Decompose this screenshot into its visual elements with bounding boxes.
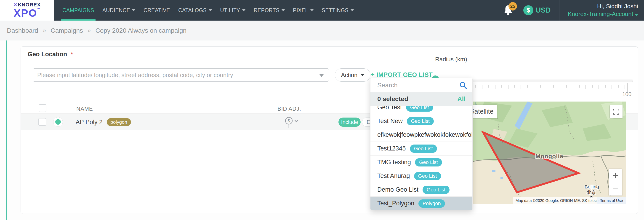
geo-color-indicator: [53, 117, 63, 127]
ruler-tick: [573, 85, 574, 89]
navbar-divider: [559, 0, 560, 21]
map-city-native-label: 北京: [587, 190, 596, 195]
geo-list-item-label: Test_Polygon: [377, 200, 414, 207]
geo-list-item[interactable]: Demo Geo List Geo List: [370, 183, 472, 197]
geo-list-item-badge: Geo List: [414, 172, 441, 180]
row-checkbox[interactable]: [38, 118, 46, 126]
chevron-down-icon: [209, 9, 212, 11]
logo-product-text: XPO™: [14, 8, 40, 18]
nav-item[interactable]: CATALOGS: [174, 0, 216, 21]
fullscreen-icon: [613, 109, 619, 115]
currency-selector[interactable]: $ USD: [523, 5, 550, 15]
geo-list-item[interactable]: Test12345 Geo List: [370, 142, 472, 155]
ruler-tick: [534, 85, 534, 89]
nav-item-label: AUDIENCE: [102, 7, 130, 14]
geo-list-item-badge: Geo List: [422, 186, 450, 194]
geo-search-input[interactable]: [33, 68, 329, 82]
breadcrumb-dashboard[interactable]: Dashboard: [7, 27, 38, 34]
radius-max-value: 100: [618, 91, 636, 97]
account-name: Knorex-Training-Account: [568, 11, 633, 17]
ruler-tick: [612, 85, 612, 89]
navbar-right-cluster: 25 $ USD Hi, Siddhi Joshi Knorex-Trainin…: [503, 0, 644, 21]
ruler-tick: [566, 85, 567, 88]
geo-list-item[interactable]: Geo Test Geo List: [370, 106, 472, 114]
user-block: Hi, Siddhi Joshi Knorex-Training-Account: [568, 3, 638, 18]
zoom-in-button[interactable]: +: [609, 169, 622, 182]
geo-list-item-badge: Polygon: [418, 199, 445, 208]
column-header-name: NAME: [76, 106, 93, 112]
combobox-caret-icon[interactable]: [319, 74, 324, 77]
knorex-logo-mark-icon: ✕: [14, 2, 18, 7]
geo-type-badge: polygon: [107, 118, 131, 126]
select-all-link[interactable]: All: [457, 95, 466, 103]
radius-label: Radius (km): [435, 56, 467, 63]
geo-list-dropdown: 0 selected All Geo Test Geo List Test Ne…: [370, 78, 472, 210]
ruler-tick: [514, 85, 515, 88]
ruler-tick: [624, 85, 625, 89]
geo-list-item[interactable]: Test New Geo List: [370, 114, 472, 128]
nav-item-label: UTILITY: [220, 7, 240, 14]
breadcrumb-separator: »: [88, 27, 91, 34]
ruler-tick: [475, 85, 476, 88]
geo-list-item[interactable]: Test_Polygon Polygon: [370, 197, 472, 210]
ruler-tick: [547, 85, 547, 89]
knorex-xpo-logo[interactable]: ✕KNOREX XPO™: [0, 0, 54, 21]
user-greeting: Hi, Siddhi Joshi: [568, 3, 638, 10]
nav-item[interactable]: UTILITY: [216, 0, 250, 21]
geo-list-item-label: efkewokjfeowpkefwokokfokewokfokwe…: [377, 131, 472, 138]
nav-item-label: CAMPAIGNS: [62, 7, 94, 14]
action-button[interactable]: Action: [335, 68, 370, 82]
ruler-tick: [592, 85, 593, 88]
ruler-tick: [488, 85, 489, 88]
ruler-tick: [605, 85, 606, 88]
ruler-tick: [598, 85, 599, 89]
bid-adjustment-button[interactable]: $: [281, 114, 302, 130]
geo-list-item[interactable]: Test Anurag Geo List: [370, 169, 472, 183]
fullscreen-button[interactable]: [610, 105, 622, 118]
map-canvas[interactable]: Mongolia Beijing 北京 k sk Satellite + − M…: [473, 102, 626, 204]
top-navbar: ✕KNOREX XPO™ CAMPAIGNS AUDIENCE CREATIVE…: [0, 0, 644, 21]
geo-list-item-label: Test New: [377, 118, 403, 125]
ruler-tick: [482, 85, 482, 89]
geo-list-item-badge: Geo List: [407, 117, 434, 125]
nav-item-label: REPORTS: [254, 7, 280, 14]
chevron-down-icon: [242, 9, 246, 11]
nav-item-label: PIXEL: [293, 7, 308, 14]
geo-color-dot: [55, 119, 61, 125]
select-all-checkbox[interactable]: [38, 104, 46, 112]
step-indicator-line: [6, 41, 7, 220]
nav-item[interactable]: AUDIENCE: [98, 0, 140, 21]
breadcrumb-campaigns[interactable]: Campaigns: [50, 27, 83, 34]
nav-item[interactable]: SETTINGS: [318, 0, 358, 21]
geo-list-item-badge: Geo List: [415, 158, 442, 166]
ruler-tick: [501, 85, 502, 88]
geo-list-item-badge: Geo List: [410, 144, 437, 153]
zoom-out-button[interactable]: −: [609, 182, 622, 195]
geo-list-item-label: Demo Geo List: [377, 186, 418, 193]
geo-item-name: AP Poly 2polygon: [76, 118, 131, 126]
account-selector[interactable]: Knorex-Training-Account: [568, 10, 638, 18]
chevron-down-icon: [132, 9, 135, 11]
nav-item[interactable]: PIXEL: [289, 0, 318, 21]
column-header-bid-adj: BID ADJ.: [278, 106, 301, 112]
nav-item[interactable]: CAMPAIGNS: [58, 0, 98, 21]
terms-of-use-link[interactable]: Terms of Use: [598, 197, 626, 204]
dropdown-search-input[interactable]: [370, 78, 472, 92]
ruler-tick: [540, 85, 541, 88]
currency-code: USD: [536, 6, 550, 15]
notifications-button[interactable]: 25: [503, 4, 513, 16]
breadcrumb: Dashboard » Campaigns » Copy 2020 Always…: [0, 21, 644, 41]
satellite-toggle-button[interactable]: Satellite: [473, 105, 497, 118]
chevron-down-icon: [350, 9, 354, 11]
dropdown-selected-bar: 0 selected All: [370, 92, 472, 106]
search-icon[interactable]: [459, 81, 467, 89]
ruler-tick: [495, 85, 496, 89]
include-toggle-button[interactable]: Include: [338, 118, 360, 127]
geo-list-item[interactable]: efkewokjfeowpkefwokokfokewokfokwe…: [370, 128, 472, 142]
nav-item[interactable]: CREATIVE: [140, 0, 174, 21]
nav-item-label: SETTINGS: [322, 7, 348, 14]
geo-list-item[interactable]: TMG testing Geo List: [370, 155, 472, 169]
nav-item[interactable]: REPORTS: [250, 0, 289, 21]
geo-list-items: Geo Test Geo List Test New Geo List efke…: [370, 106, 472, 210]
import-geo-list-link[interactable]: + IMPORT GEO LIST: [371, 71, 432, 78]
